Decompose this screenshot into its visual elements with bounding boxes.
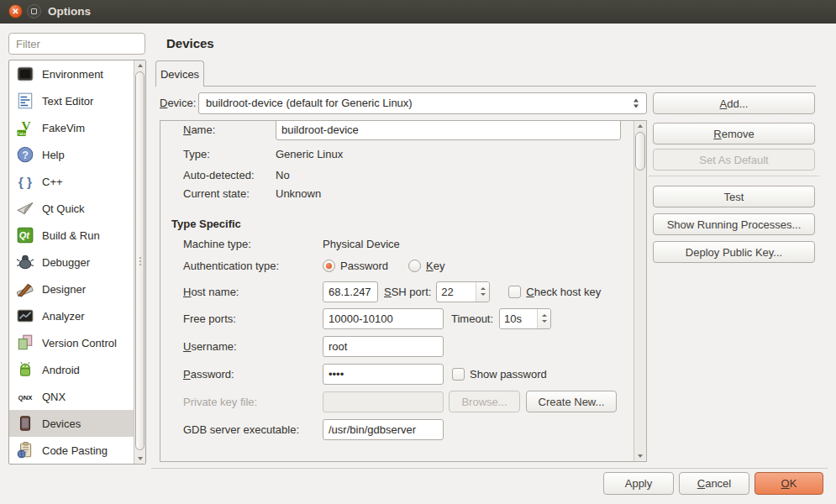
auto-detected-value: No	[276, 169, 290, 181]
text-editor-icon	[16, 92, 34, 110]
svg-text:QNX: QNX	[18, 394, 34, 402]
current-state-value: Unknown	[276, 187, 321, 200]
sidebar-item-environment[interactable]: Environment	[9, 60, 134, 87]
username-input[interactable]	[323, 336, 444, 357]
code-pasting-icon	[16, 441, 34, 459]
name-input[interactable]	[276, 120, 621, 140]
current-state-label: Current state:	[183, 187, 276, 200]
svg-text:?: ?	[22, 150, 29, 161]
designer-icon	[16, 280, 34, 298]
ssh-port-stepper[interactable]	[436, 281, 490, 302]
show-password-label: Show password	[470, 368, 547, 381]
qnx-icon: QNX	[16, 387, 34, 406]
sidebar-item-label: QNX	[42, 391, 66, 403]
ssh-port-label: SSH port:	[384, 286, 431, 298]
scroll-up-icon[interactable]	[138, 64, 143, 67]
fakevim-icon: VFake	[16, 118, 34, 137]
private-key-file-label: Private key file:	[183, 396, 323, 408]
username-label: Username:	[183, 340, 323, 353]
scroll-down-icon[interactable]	[638, 454, 643, 458]
ok-button[interactable]: OK	[755, 472, 823, 495]
sidebar-item-label: Designer	[42, 283, 86, 296]
spinner-arrows-icon[interactable]	[476, 282, 489, 302]
remove-button[interactable]: Remove	[653, 123, 815, 144]
scroll-down-icon[interactable]	[138, 457, 143, 460]
name-label: Name:	[183, 123, 276, 136]
sidebar-item-help[interactable]: ? Help	[9, 141, 134, 168]
form-scrollbar[interactable]	[634, 121, 646, 461]
host-name-input[interactable]	[323, 281, 378, 302]
authentication-type-label: Authentication type:	[183, 260, 323, 272]
tab-devices[interactable]: Devices	[155, 60, 204, 87]
auth-password-radio[interactable]	[323, 260, 335, 272]
cancel-button[interactable]: Cancel	[679, 472, 749, 495]
show-running-processes-button[interactable]: Show Running Processes...	[653, 213, 815, 235]
sidebar-item-cpp[interactable]: { } C++	[9, 168, 134, 195]
spinner-arrows-icon[interactable]	[537, 309, 550, 328]
sidebar-item-label: Build & Run	[42, 229, 100, 242]
check-host-key-checkbox[interactable]	[508, 286, 521, 298]
sidebar-item-designer[interactable]: Designer	[9, 276, 134, 302]
sidebar-scroll-thumb[interactable]	[135, 71, 145, 450]
restore-icon[interactable]	[27, 4, 41, 18]
combo-arrows-icon	[634, 99, 639, 108]
button-separator	[649, 176, 819, 176]
help-icon: ?	[16, 145, 34, 164]
create-new-button[interactable]: Create New...	[526, 391, 617, 412]
apply-button[interactable]: Apply	[603, 472, 674, 495]
titlebar: ✕ Options	[0, 0, 836, 24]
free-ports-input[interactable]	[323, 308, 444, 329]
sidebar-item-fakevim[interactable]: VFake FakeVim	[9, 114, 134, 141]
sidebar-item-qnx[interactable]: QNX QNX	[9, 383, 134, 410]
device-label: Device:	[160, 92, 196, 114]
device-combobox[interactable]: buildroot-device (default for Generic Li…	[198, 92, 647, 114]
qt-quick-icon	[16, 199, 34, 218]
scroll-up-icon[interactable]	[638, 124, 643, 128]
form-scroll-thumb[interactable]	[635, 132, 645, 171]
show-password-checkbox[interactable]	[452, 368, 465, 381]
set-as-default-button[interactable]: Set As Default	[653, 149, 815, 171]
sidebar-item-devices[interactable]: Devices	[9, 410, 134, 437]
devices-icon	[16, 414, 34, 433]
close-icon[interactable]: ✕	[8, 4, 23, 18]
browse-button[interactable]: Browse...	[449, 391, 520, 412]
sidebar-item-analyzer[interactable]: Analyzer	[9, 302, 134, 329]
type-specific-heading: Type Specific	[171, 218, 241, 230]
sidebar-item-label: Text Editor	[42, 95, 93, 108]
sidebar-item-version-control[interactable]: Version Control	[9, 329, 134, 356]
device-details-panel: Name: Type: Generic Linux Auto-detected:…	[160, 120, 647, 462]
tab-baseline	[155, 86, 816, 87]
auth-key-label: Key	[426, 260, 444, 272]
test-button[interactable]: Test	[653, 186, 815, 207]
sidebar-scrollbar[interactable]	[134, 60, 145, 464]
sidebar-item-text-editor[interactable]: Text Editor	[9, 87, 134, 114]
sidebar-item-build-run[interactable]: Qt Build & Run	[9, 222, 134, 249]
sidebar-item-debugger[interactable]: Debugger	[9, 249, 134, 276]
timeout-label: Timeout:	[451, 312, 493, 325]
cpp-icon: { }	[16, 172, 34, 191]
device-combobox-value: buildroot-device (default for Generic Li…	[206, 97, 413, 109]
host-name-label: Host name:	[183, 286, 323, 298]
deploy-public-key-button[interactable]: Deploy Public Key...	[653, 241, 815, 263]
check-host-key-label: Check host key	[526, 286, 601, 298]
auth-password-label: Password	[340, 260, 388, 272]
sidebar-item-code-pasting[interactable]: Code Pasting	[9, 437, 134, 464]
sidebar-item-label: Android	[42, 364, 80, 376]
sidebar-item-label: Debugger	[42, 256, 90, 269]
password-label: Password:	[183, 368, 323, 381]
gdb-server-executable-label: GDB server executable:	[183, 423, 323, 436]
sidebar-item-label: Version Control	[42, 337, 117, 349]
sidebar-item-android[interactable]: Android	[9, 356, 134, 383]
add-button[interactable]: Add...	[653, 92, 815, 114]
gdb-server-executable-input[interactable]	[323, 419, 444, 440]
debugger-icon	[16, 253, 34, 271]
sidebar-items: Environment Text Editor VFake FakeVim ? …	[9, 60, 145, 464]
private-key-file-input[interactable]	[323, 391, 444, 412]
password-input[interactable]	[323, 364, 444, 385]
sidebar-item-label: Environment	[42, 68, 103, 81]
timeout-stepper[interactable]	[499, 308, 551, 329]
sidebar-item-label: C++	[42, 176, 63, 188]
filter-input[interactable]	[8, 33, 145, 55]
auth-key-radio[interactable]	[408, 260, 421, 272]
sidebar-item-qt-quick[interactable]: Qt Quick	[9, 195, 134, 222]
